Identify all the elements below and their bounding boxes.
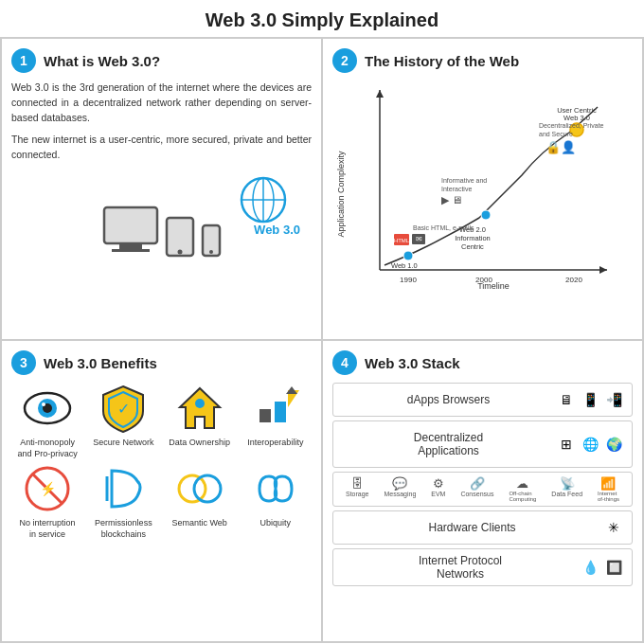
stack-sub-layer: 🗄 Storage 💬 Messaging ⚙ EVM 🔗 (332, 472, 633, 507)
messaging-label: Messaging (384, 491, 416, 497)
svg-point-4 (177, 250, 182, 255)
svg-rect-0 (104, 207, 157, 243)
datafeed-icon: 📡 (560, 476, 575, 491)
sub-iot: 📶 Internetof-things (598, 476, 619, 502)
svg-text:⚡: ⚡ (40, 481, 57, 497)
section-num-2: 2 (332, 48, 357, 73)
svg-rect-1 (119, 243, 142, 249)
benefit-permissionless: Permissionlessblockchains (87, 463, 159, 540)
evm-icon: ⚙ (433, 476, 444, 491)
quadrant-1: 1 What is Web 3.0? Web 3.0 is the 3rd ge… (1, 38, 322, 340)
svg-text:▶ 🖥: ▶ 🖥 (441, 194, 462, 206)
section-header-2: 2 The History of the Web (332, 48, 633, 73)
circles-icon (174, 463, 225, 514)
globe2-stack-icon: 🌍 (603, 434, 624, 455)
svg-text:User Centric: User Centric (557, 106, 597, 115)
sub-offchain: ☁ Off-chainComputing (509, 476, 536, 502)
iot-label: Internetof-things (598, 491, 619, 502)
benefit-secure-network: ✓ Secure Network (87, 383, 159, 459)
benefit-label-semantic: Semantic Web (171, 518, 226, 529)
stack-hardware: Hardware Clients ✳ (332, 510, 633, 545)
stack-protocol: Internet ProtocolNetworks 💧 🔲 (332, 548, 633, 586)
section-num-4: 4 (332, 350, 357, 375)
section-header-4: 4 Web 3.0 Stack (332, 350, 633, 375)
chart-svg: Application Complexity Timeline 1990 200… (332, 80, 617, 308)
iot-icon: 📶 (600, 476, 616, 491)
page-title: Web 3.0 Simply Explained (0, 0, 644, 37)
sub-storage: 🗄 Storage (346, 476, 369, 497)
no-interrupt-icon: ⚡ (22, 463, 73, 514)
svg-marker-13 (599, 266, 607, 274)
sub-consensus: 🔗 Consensus (460, 476, 493, 497)
history-chart: Application Complexity Timeline 1990 200… (332, 80, 633, 308)
q1-para2: The new internet is a user-centric, more… (11, 133, 312, 163)
section-num-3: 3 (11, 350, 36, 375)
quadrant-2: 2 The History of the Web Application Com… (322, 38, 643, 340)
svg-marker-47 (259, 409, 271, 422)
stack-decentralized-apps: DecentralizedApplications ⊞ 🌐 🌍 (332, 420, 633, 468)
benefit-ubiquity: Ubiquity (240, 463, 312, 540)
benefit-label-no-interrupt: No interruptionin service (20, 518, 76, 540)
stack-label-dapps: dApps Browsers (341, 393, 556, 406)
q1-para1: Web 3.0 is the 3rd generation of the int… (11, 80, 312, 125)
phone-icon (201, 224, 222, 258)
globe-icon (239, 175, 288, 224)
section-header-1: 1 What is Web 3.0? (11, 48, 312, 73)
quadrant-3: 3 Web 3.0 Benefits Anti-monopolyand Pro-… (1, 340, 322, 642)
d-shape-icon (98, 463, 149, 514)
svg-text:Informative and: Informative and (441, 177, 487, 184)
benefit-label-secure: Secure Network (93, 438, 153, 449)
svg-text:🔒👤: 🔒👤 (546, 139, 577, 155)
svg-text:✓: ✓ (117, 401, 130, 417)
svg-text:Web 3.0: Web 3.0 (564, 114, 590, 122)
storage-icon: 🗄 (351, 476, 364, 491)
svg-text:1990: 1990 (400, 276, 417, 284)
svg-text:HTML: HTML (394, 238, 410, 243)
svg-point-22 (481, 210, 491, 220)
sun-icon: ✳ (603, 517, 624, 538)
benefit-label-permissionless: Permissionlessblockchains (95, 518, 152, 540)
stack-label-protocol: Internet ProtocolNetworks (341, 554, 580, 581)
benefit-no-interrupt: ⚡ No interruptionin service (11, 463, 83, 540)
sub-datafeed: 📡 Data Feed (551, 476, 582, 497)
storage-label: Storage (346, 491, 369, 497)
evm-label: EVM (431, 491, 445, 497)
sub-messaging: 💬 Messaging (384, 476, 416, 497)
svg-point-46 (195, 399, 205, 408)
grid-stack-icon: ⊞ (556, 434, 577, 455)
offchain-icon: ☁ (516, 476, 528, 491)
house-icon (174, 383, 225, 434)
svg-text:Decentralized, Private: Decentralized, Private (539, 122, 604, 129)
monitor-stack-icon: 🖥 (556, 389, 577, 410)
benefits-grid: Anti-monopolyand Pro-privacy ✓ Secure Ne… (11, 383, 312, 541)
svg-text:2020: 2020 (565, 276, 582, 284)
chip-icon: 🔲 (603, 557, 624, 578)
content-grid: 1 What is Web 3.0? Web 3.0 is the 3rd ge… (0, 37, 644, 643)
stack-label-hardware: Hardware Clients (341, 521, 603, 534)
svg-marker-14 (376, 90, 384, 98)
phone-stack-icon: 📲 (603, 389, 624, 410)
messaging-icon: 💬 (392, 476, 407, 491)
benefit-interoperability: Interoperability (240, 383, 312, 459)
svg-text:Basic HTML, e-mails: Basic HTML, e-mails (413, 224, 474, 231)
globe-stack-icon: 🌐 (580, 434, 600, 455)
q1-illustration: Web 3.0 (11, 170, 312, 294)
protocol-icons: 💧 🔲 (580, 557, 624, 578)
consensus-label: Consensus (460, 491, 493, 497)
svg-text:Information: Information (455, 234, 491, 242)
section-num-1: 1 (11, 48, 36, 73)
svg-text:and Secure: and Secure (539, 131, 573, 137)
svg-marker-48 (275, 402, 286, 422)
web3-label: Web 3.0 (254, 223, 300, 237)
section-title-1: What is Web 3.0? (44, 53, 160, 69)
sub-icons-group: 🗄 Storage 💬 Messaging ⚙ EVM 🔗 (339, 476, 626, 502)
benefit-data-ownership: Data Ownership (164, 383, 236, 459)
sub-evm: ⚙ EVM (431, 476, 445, 497)
infinity-icon (250, 463, 301, 514)
hardware-icons: ✳ (603, 517, 624, 538)
monitor-icon (102, 206, 159, 258)
svg-text:✉: ✉ (416, 235, 422, 243)
svg-text:Centric: Centric (461, 242, 484, 251)
section-header-3: 3 Web 3.0 Benefits (11, 350, 312, 375)
eye-icon (22, 383, 73, 434)
